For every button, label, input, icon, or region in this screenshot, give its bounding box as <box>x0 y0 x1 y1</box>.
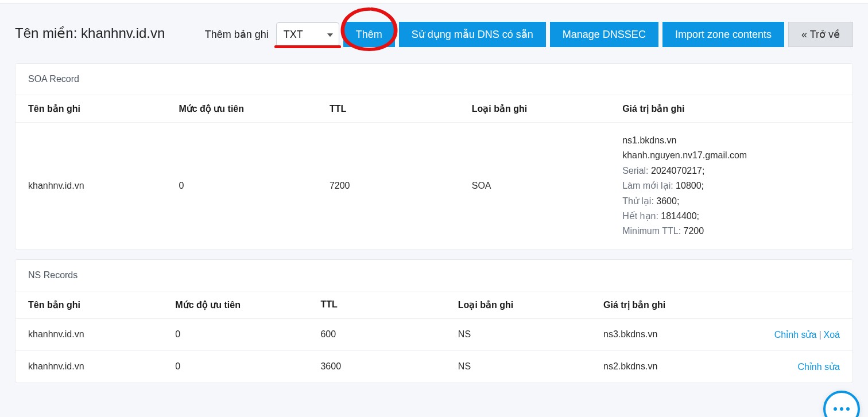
soa-value: ns1.bkdns.vn khanh.nguyen.nv17.gmail.com… <box>610 123 785 250</box>
soa-retry-value: 3600; <box>656 196 679 206</box>
annotation-underline <box>274 45 341 48</box>
ns-value: ns2.bkdns.vn <box>591 350 762 383</box>
ns-type: NS <box>445 350 591 383</box>
edit-link[interactable]: Chỉnh sửa <box>774 330 817 340</box>
th-priority: Mức độ ưu tiên <box>166 95 316 123</box>
ns-panel: NS Records Tên bản ghi Mức độ ưu tiên TT… <box>15 259 853 383</box>
action-separator: | <box>819 330 821 340</box>
header-controls: Thêm bản ghi TXT Thêm Sử dụng mẫu DNS có… <box>205 20 853 47</box>
soa-serial: Serial: 2024070217; <box>622 163 773 178</box>
soa-expire-value: 1814400; <box>661 211 699 221</box>
delete-link[interactable]: Xoá <box>824 330 840 340</box>
th-value: Giá trị bản ghi <box>591 291 762 318</box>
ns-type: NS <box>445 318 591 350</box>
ns-table: Tên bản ghi Mức độ ưu tiên TTL Loại bản … <box>16 291 852 383</box>
ns-row: khanhnv.id.vn 0 600 NS ns3.bkdns.vn Chỉn… <box>16 318 852 350</box>
soa-type: SOA <box>459 123 610 250</box>
soa-panel: SOA Record Tên bản ghi Mức độ ưu tiên TT… <box>15 63 853 250</box>
th-ttl: TTL <box>308 291 445 318</box>
th-name: Tên bản ghi <box>16 95 166 123</box>
soa-row: khanhnv.id.vn 0 7200 SOA ns1.bkdns.vn kh… <box>16 123 852 250</box>
add-button[interactable]: Thêm <box>343 22 395 47</box>
soa-nameserver: ns1.bkdns.vn <box>622 133 773 148</box>
ns-priority: 0 <box>162 318 308 350</box>
soa-serial-value: 2024070217; <box>651 166 704 176</box>
th-name: Tên bản ghi <box>16 291 162 318</box>
soa-panel-title: SOA Record <box>16 64 852 95</box>
soa-minttl: Minimum TTL: 7200 <box>622 224 773 239</box>
chat-bubble-button[interactable] <box>823 391 860 417</box>
ns-panel-title: NS Records <box>16 260 852 291</box>
soa-refresh-value: 10800; <box>676 181 704 190</box>
ns-row: khanhnv.id.vn 0 3600 NS ns2.bkdns.vn Chỉ… <box>16 350 852 383</box>
add-record-label: Thêm bản ghi <box>205 28 269 41</box>
ns-ttl: 3600 <box>308 350 445 383</box>
soa-table: Tên bản ghi Mức độ ưu tiên TTL Loại bản … <box>16 95 852 250</box>
th-actions <box>762 291 852 318</box>
add-button-wrap: Thêm <box>343 22 395 47</box>
soa-expire-label: Hết hạn: <box>622 211 658 221</box>
soa-email: khanh.nguyen.nv17.gmail.com <box>622 148 773 163</box>
domain-title-label: Tên miền: <box>15 25 77 41</box>
soa-refresh-label: Làm mới lại: <box>622 181 673 190</box>
soa-retry: Thử lại: 3600; <box>622 194 773 209</box>
soa-header-row: Tên bản ghi Mức độ ưu tiên TTL Loại bản … <box>16 95 852 123</box>
soa-ttl: 7200 <box>317 123 459 250</box>
use-template-button[interactable]: Sử dụng mẫu DNS có sẵn <box>399 22 546 47</box>
page-title: Tên miền: khanhnv.id.vn <box>15 25 165 41</box>
ns-actions: Chỉnh sửa|Xoá <box>762 318 852 350</box>
soa-refresh: Làm mới lại: 10800; <box>622 178 773 193</box>
ns-header-row: Tên bản ghi Mức độ ưu tiên TTL Loại bản … <box>16 291 852 318</box>
soa-serial-label: Serial: <box>622 166 648 176</box>
th-type: Loại bản ghi <box>459 95 610 123</box>
soa-retry-label: Thử lại: <box>622 196 654 206</box>
ns-value: ns3.bkdns.vn <box>591 318 762 350</box>
back-button[interactable]: « Trở về <box>788 22 853 47</box>
soa-name: khanhnv.id.vn <box>16 123 166 250</box>
import-zone-button[interactable]: Import zone contents <box>662 22 784 47</box>
ns-name: khanhnv.id.vn <box>16 350 162 383</box>
soa-minttl-value: 7200 <box>684 226 704 236</box>
ns-actions: Chỉnh sửa <box>762 350 852 383</box>
ns-ttl: 600 <box>308 318 445 350</box>
edit-link[interactable]: Chỉnh sửa <box>797 362 840 372</box>
ns-priority: 0 <box>162 350 308 383</box>
soa-priority: 0 <box>166 123 316 250</box>
th-value: Giá trị bản ghi <box>610 95 785 123</box>
th-actions <box>785 95 852 123</box>
chat-dots-icon <box>834 407 850 411</box>
content-area: Tên miền: khanhnv.id.vn Thêm bản ghi TXT… <box>0 3 868 383</box>
soa-actions <box>785 123 852 250</box>
soa-expire: Hết hạn: 1814400; <box>622 209 773 224</box>
record-type-select[interactable]: TXT <box>277 23 339 46</box>
th-priority: Mức độ ưu tiên <box>162 291 308 318</box>
th-ttl: TTL <box>317 95 459 123</box>
th-type: Loại bản ghi <box>445 291 591 318</box>
soa-minttl-label: Minimum TTL: <box>622 226 681 236</box>
manage-dnssec-button[interactable]: Manage DNSSEC <box>550 22 658 47</box>
domain-title-value: khanhnv.id.vn <box>81 25 165 41</box>
record-type-select-wrap: TXT <box>276 22 339 46</box>
header-row: Tên miền: khanhnv.id.vn Thêm bản ghi TXT… <box>0 3 868 47</box>
ns-name: khanhnv.id.vn <box>16 318 162 350</box>
